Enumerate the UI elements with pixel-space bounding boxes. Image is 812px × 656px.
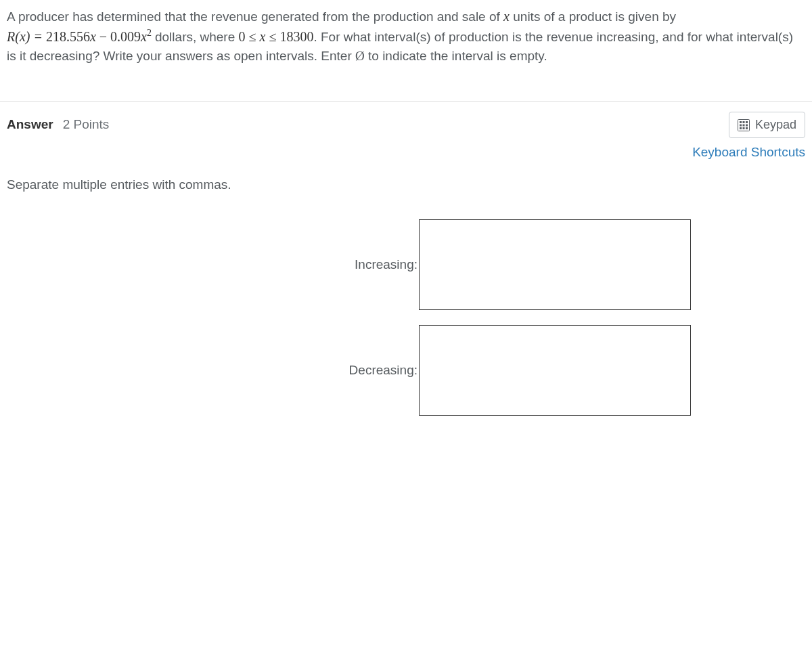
svg-rect-7 bbox=[740, 127, 742, 129]
svg-rect-3 bbox=[746, 121, 748, 123]
formula-coef1: 218.556 bbox=[46, 29, 90, 44]
instruction-text: Separate multiple entries with commas. bbox=[7, 177, 805, 192]
svg-rect-5 bbox=[742, 124, 744, 126]
domain-pre: 0 ≤ bbox=[239, 29, 260, 44]
formula-tail: dollars, where bbox=[155, 30, 239, 44]
increasing-input[interactable] bbox=[419, 219, 691, 310]
formula-coef2: 0.009 bbox=[110, 29, 141, 44]
inputs-area: Increasing: Decreasing: bbox=[7, 219, 805, 416]
svg-rect-6 bbox=[746, 124, 748, 126]
question-part-1b: units of a product is given by bbox=[510, 9, 676, 24]
svg-rect-4 bbox=[740, 124, 742, 126]
revenue-formula: R(x) = 218.556x − 0.009x2 bbox=[7, 29, 155, 44]
formula-minus: − bbox=[96, 29, 110, 44]
keypad-button[interactable]: Keypad bbox=[729, 112, 805, 138]
variable-x: x bbox=[503, 9, 510, 24]
question-text: A producer has determined that the reven… bbox=[7, 7, 805, 65]
answer-label: Answer bbox=[7, 117, 53, 132]
increasing-row: Increasing: bbox=[121, 219, 691, 310]
formula-x2: x bbox=[141, 29, 147, 44]
points-label: 2 Points bbox=[63, 117, 110, 132]
increasing-label: Increasing: bbox=[121, 257, 419, 272]
keypad-button-label: Keypad bbox=[755, 118, 796, 132]
decreasing-row: Decreasing: bbox=[121, 325, 691, 416]
svg-rect-9 bbox=[746, 127, 748, 129]
question-part-1: A producer has determined that the reven… bbox=[7, 9, 503, 24]
decreasing-input[interactable] bbox=[419, 325, 691, 416]
svg-rect-2 bbox=[742, 121, 744, 123]
answer-section: Answer 2 Points Keypad bbox=[0, 102, 812, 422]
domain-expression: 0 ≤ x ≤ 18300 bbox=[239, 29, 314, 44]
question-part-3: to indicate the interval is empty. bbox=[365, 49, 547, 63]
keypad-icon bbox=[738, 119, 750, 131]
decreasing-label: Decreasing: bbox=[121, 363, 419, 378]
emptyset-symbol: Ø bbox=[355, 49, 365, 63]
svg-rect-1 bbox=[740, 121, 742, 123]
domain-post: ≤ 18300 bbox=[265, 29, 313, 44]
svg-rect-8 bbox=[742, 127, 744, 129]
question-section: A producer has determined that the reven… bbox=[0, 0, 812, 102]
formula-exponent: 2 bbox=[147, 28, 152, 38]
right-controls: Keypad Keyboard Shortcuts bbox=[692, 112, 805, 160]
keyboard-shortcuts-link[interactable]: Keyboard Shortcuts bbox=[692, 145, 805, 160]
formula-lhs: R(x) = bbox=[7, 29, 46, 44]
answer-title: Answer 2 Points bbox=[7, 112, 109, 132]
answer-header: Answer 2 Points Keypad bbox=[7, 112, 805, 160]
formula-x1: x bbox=[90, 29, 96, 44]
